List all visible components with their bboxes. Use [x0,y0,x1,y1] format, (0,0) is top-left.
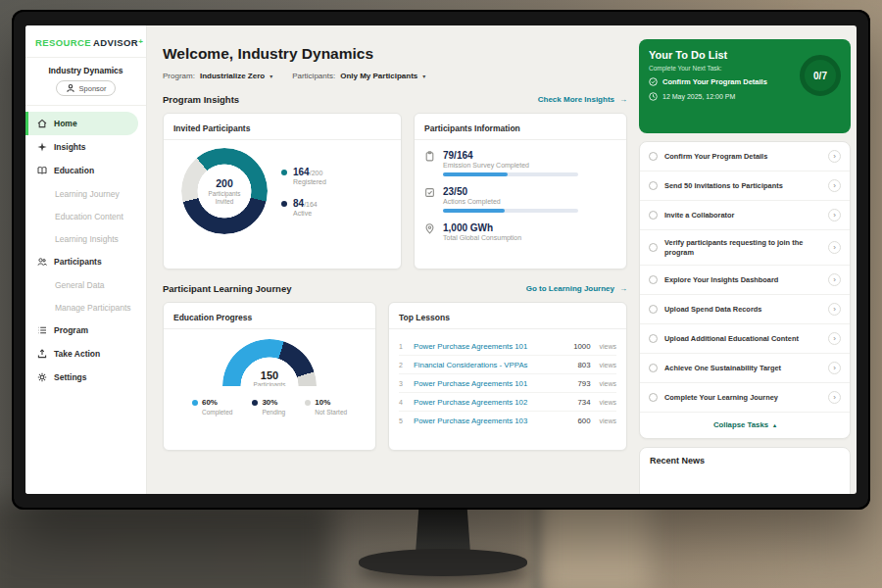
sidebar-item-label: Settings [54,372,87,382]
participants-filter[interactable]: Participants: Only My Participants ▾ [292,72,425,80]
lesson-row: 3 Power Purchase Agreements 101 793views [399,374,616,393]
lesson-link[interactable]: Power Purchase Agreements 101 [414,379,570,388]
task-chevron-button[interactable]: › [828,303,841,316]
task-row[interactable]: Upload Spend Data Records › [640,295,850,324]
task-chevron-button[interactable]: › [828,241,841,254]
lesson-link[interactable]: Power Purchase Agreements 103 [414,416,570,425]
lesson-link[interactable]: Financial Considerations - VPPAs [414,361,570,369]
task-chevron-button[interactable]: › [828,150,841,163]
lesson-link[interactable]: Power Purchase Agreements 102 [414,398,570,407]
participants-filter-value: Only My Participants [340,72,417,80]
sidebar-item-participants[interactable]: Participants [25,250,146,273]
sidebar-item-settings[interactable]: Settings [25,366,146,389]
task-chevron-button[interactable]: › [828,362,841,374]
sidebar-item-take-action[interactable]: Take Action [25,342,146,366]
todo-summary-card: Your To Do List Complete Your Next Task:… [639,39,851,133]
legend-item-registered: 164/200 Registered [281,167,326,185]
info-item-actions: 23/50 Actions Completed [424,186,616,213]
task-row[interactable]: Explore Your Insights Dashboard › [640,266,850,295]
monitor-stand-base [359,549,527,576]
legend-dot [281,201,287,207]
card-title: Top Lessons [389,313,626,329]
invited-donut-chart: 200 Participants Invited [181,148,268,234]
sidebar-item-learning-journey[interactable]: Learning Journey [25,182,146,205]
program-insights-header: Program Insights Check More Insights → [163,94,627,105]
learning-journey-header: Participant Learning Journey Go to Learn… [163,283,627,294]
legend-item-completed: 60% Completed [192,398,232,416]
lesson-link[interactable]: Power Purchase Agreements 101 [414,342,566,351]
dashboard-screen: RESOURCEADVISOR+ Industry Dynamics Spons… [25,25,857,494]
task-row[interactable]: Invite a Collaborator › [640,201,850,230]
task-row[interactable]: Verify participants requesting to join t… [640,230,850,266]
program-filter[interactable]: Program: Industrialize Zero ▾ [163,72,272,80]
person-icon [66,83,75,93]
map-pin-icon [424,223,435,234]
todo-tasks-card: Confirm Your Program Details › Send 50 I… [639,141,851,439]
task-checkbox[interactable] [649,334,658,343]
task-checkbox[interactable] [649,211,658,220]
gauge-center-label: 150 Participants [222,369,317,386]
check-more-insights-link[interactable]: Check More Insights → [538,95,627,104]
page-title: Welcome, Industry Dynamics [163,45,627,63]
people-icon [37,257,47,267]
task-chevron-button[interactable]: › [828,273,841,286]
upload-action-icon [37,349,47,359]
sidebar-item-insights[interactable]: Insights [25,135,146,159]
task-checkbox[interactable] [649,393,658,402]
monitor-stand-neck [416,508,470,553]
sidebar-item-label: Education [54,166,94,175]
task-row[interactable]: Send 50 Invitations to Participants › [640,172,850,201]
task-checkbox[interactable] [649,152,658,161]
clock-icon [649,92,658,101]
learning-cards-row: Education Progress 150 Participants 60% … [163,302,627,451]
collapse-tasks-link[interactable]: Collapse Tasks ▴ [640,413,850,438]
todo-due-date: 12 May 2025, 12:00 PM [649,92,790,101]
task-chevron-button[interactable]: › [828,209,841,221]
list-icon [37,325,47,335]
task-row[interactable]: Upload Additional Educational Content › [640,324,850,354]
task-checkbox[interactable] [649,364,658,372]
actions-progress-bar [443,209,578,213]
sidebar-item-home[interactable]: Home [25,112,138,135]
chevron-down-icon: ▾ [270,73,272,79]
task-checkbox[interactable] [649,275,658,284]
sidebar-item-education[interactable]: Education [25,159,146,182]
task-chevron-button[interactable]: › [828,332,841,345]
lesson-row: 4 Power Purchase Agreements 102 734views [399,393,616,412]
arrow-right-icon: → [619,284,627,293]
logo-text-resource: RESOURCE [35,37,91,48]
chevron-up-icon: ▴ [773,421,776,428]
task-chevron-button[interactable]: › [828,179,841,192]
education-progress-card: Education Progress 150 Participants 60% … [163,302,376,451]
task-checkbox[interactable] [649,243,658,252]
sidebar-item-program[interactable]: Program [25,318,146,342]
invited-participants-card: Invited Participants 200 Participants In… [163,113,402,270]
info-item-survey: 79/164 Emission Survey Completed [424,150,616,176]
task-checkbox[interactable] [649,181,658,190]
home-icon [37,119,47,128]
main-content: Welcome, Industry Dynamics Program: Indu… [163,25,627,451]
go-to-learning-journey-link[interactable]: Go to Learning Journey → [526,284,627,293]
legend-dot [252,400,258,406]
sidebar-item-label: Program [54,325,88,335]
task-row[interactable]: Achieve One Sustainability Target › [640,354,850,383]
sidebar-nav: Home Insights Education Learning Journey… [25,106,146,389]
todo-progress-value: 0/7 [813,71,827,81]
todo-next-task[interactable]: Confirm Your Program Details [649,77,790,86]
clipboard-icon [424,151,435,162]
sidebar-item-general-data[interactable]: General Data [25,273,146,296]
task-checkbox[interactable] [649,305,658,314]
lesson-row: 2 Financial Considerations - VPPAs 803vi… [399,356,616,374]
task-chevron-button[interactable]: › [828,391,841,404]
section-title-program-insights: Program Insights [163,94,239,105]
sidebar-item-manage-participants[interactable]: Manage Participants [25,296,146,318]
card-title: Education Progress [164,313,375,329]
book-icon [37,166,47,175]
task-row[interactable]: Confirm Your Program Details › [640,142,850,172]
sponsor-badge[interactable]: Sponsor [56,80,117,96]
sidebar-item-education-content[interactable]: Education Content [25,205,146,227]
survey-progress-bar [443,172,578,176]
task-row[interactable]: Complete Your Learning Journey › [640,383,850,413]
check-square-icon [424,187,435,198]
sidebar-item-learning-insights[interactable]: Learning Insights [25,227,146,250]
